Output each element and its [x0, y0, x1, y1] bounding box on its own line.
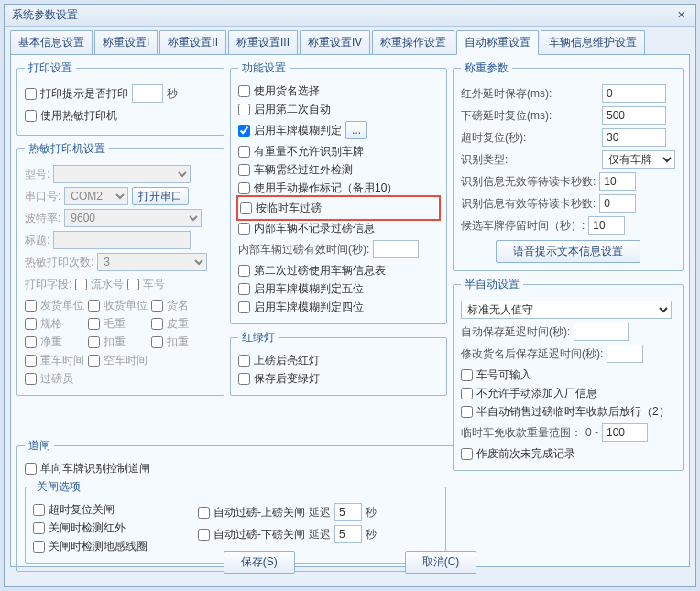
- semi-legend: 半自动设置: [461, 277, 523, 292]
- print-prompt-sec[interactable]: [132, 84, 163, 103]
- func-group: 功能设置 使用货名选择 启用第二次自动 启用车牌模糊判定... 有重量不允许识别…: [230, 60, 447, 324]
- save-button[interactable]: 保存(S): [224, 551, 295, 574]
- thermal-baud[interactable]: 9600: [64, 209, 202, 227]
- open-port-button[interactable]: 打开串口: [132, 187, 189, 205]
- semi-s2[interactable]: [607, 345, 643, 363]
- thermal-model[interactable]: [53, 165, 191, 183]
- weigh-v7[interactable]: [588, 216, 625, 235]
- weigh-legend: 称重参数: [461, 60, 512, 76]
- chk-f4[interactable]: 有重量不允许识别车牌: [238, 142, 439, 160]
- chk-l2[interactable]: 保存后变绿灯: [238, 369, 439, 388]
- semi-group: 半自动设置 标准无人值守 自动保存延迟时间(秒): 修改货名后保存延迟时间(秒)…: [453, 277, 684, 471]
- footer: 保存(S) 取消(C): [5, 543, 695, 581]
- chk-recv[interactable]: 收货单位: [88, 296, 151, 314]
- thermal-port[interactable]: COM2: [64, 187, 128, 205]
- chk-f3[interactable]: 启用车牌模糊判定: [238, 121, 342, 139]
- thermal-count[interactable]: 3: [97, 253, 207, 271]
- highlight-box: 按临时车过磅: [236, 195, 441, 221]
- chk-semi-c2[interactable]: 不允许手动添加入厂信息: [461, 384, 675, 402]
- chk-f5[interactable]: 车辆需经过红外检测: [238, 160, 439, 179]
- tab-autoweigh[interactable]: 自动称重设置: [456, 30, 539, 55]
- close-legend: 关闸选项: [33, 479, 84, 495]
- tabstrip: 基本信息设置 称重设置I 称重设置II 称重设置III 称重设置IV 称重操作设…: [5, 27, 695, 55]
- chk-f12[interactable]: 启用车牌模糊判定四位: [238, 298, 439, 316]
- weigh-v5[interactable]: [599, 172, 636, 191]
- tab-panel: 打印设置 打印提示是否打印 秒 使用热敏打印机 热敏打印机设置 型号: 串口号:…: [10, 54, 690, 567]
- tab-weigh4[interactable]: 称重设置IV: [300, 30, 370, 55]
- light-group: 红绿灯 上磅后亮红灯 保存后变绿灯: [230, 330, 447, 396]
- chk-semi-c3[interactable]: 半自动销售过磅临时车收款后放行（2）: [461, 402, 675, 421]
- chk-hcar[interactable]: 重车时间: [25, 351, 88, 369]
- chk-op[interactable]: 过磅员: [25, 369, 121, 388]
- tab-weigh1[interactable]: 称重设置I: [94, 30, 158, 55]
- weigh-v1[interactable]: [602, 84, 666, 103]
- tab-weighop[interactable]: 称重操作设置: [372, 30, 454, 55]
- print-group: 打印设置 打印提示是否打印 秒 使用热敏打印机: [16, 60, 224, 136]
- chk-flow[interactable]: 流水号: [75, 275, 124, 293]
- tab-weigh3[interactable]: 称重设置III: [228, 30, 298, 55]
- gate-legend: 道闸: [25, 438, 54, 454]
- chk-a2[interactable]: 自动过磅-下磅关闸: [198, 525, 305, 543]
- chk-thermal[interactable]: 使用热敏打印机: [25, 106, 117, 125]
- weigh-v2[interactable]: [602, 106, 666, 125]
- close-icon[interactable]: ✕: [673, 9, 688, 22]
- tab-vehicle[interactable]: 车辆信息维护设置: [541, 30, 645, 55]
- titlebar: 系统参数设置 ✕: [5, 5, 695, 27]
- chk-l1[interactable]: 上磅后亮红灯: [238, 351, 439, 369]
- print-legend: 打印设置: [25, 60, 76, 76]
- delay2[interactable]: [334, 525, 362, 543]
- settings-window: 系统参数设置 ✕ 基本信息设置 称重设置I 称重设置II 称重设置III 称重设…: [4, 4, 696, 587]
- weigh-v6[interactable]: [599, 194, 636, 213]
- weigh-type[interactable]: 仅有车牌: [602, 150, 675, 169]
- chk-f11[interactable]: 启用车牌模糊判定五位: [238, 279, 439, 298]
- chk-spec[interactable]: 规格: [25, 314, 88, 333]
- chk-kou2[interactable]: 扣重: [151, 333, 214, 351]
- chk-f1[interactable]: 使用货名选择: [238, 82, 439, 100]
- chk-c2[interactable]: 关闸时检测红外: [33, 519, 198, 537]
- thermal-legend: 热敏打印机设置: [25, 141, 109, 157]
- f3-more-button[interactable]: ...: [345, 121, 367, 139]
- voice-button[interactable]: 语音提示文本信息设置: [496, 240, 640, 263]
- chk-empty[interactable]: 空车时间: [88, 351, 184, 369]
- light-legend: 红绿灯: [238, 330, 279, 345]
- semi-mode[interactable]: 标准无人值守: [461, 301, 672, 319]
- chk-ship[interactable]: 发货单位: [25, 296, 88, 314]
- chk-goods[interactable]: 货名: [151, 296, 214, 314]
- semi-range[interactable]: [602, 423, 648, 442]
- thermal-group: 热敏打印机设置 型号: 串口号:COM2打开串口 波特率:9600 标题: 热敏…: [16, 141, 224, 396]
- semi-s1[interactable]: [574, 323, 629, 341]
- chk-semi-c1[interactable]: 车号可输入: [461, 366, 675, 384]
- chk-car[interactable]: 车号: [127, 275, 165, 293]
- chk-g1[interactable]: 单向车牌识别控制道闸: [25, 459, 446, 477]
- chk-f8[interactable]: 内部车辆不记录过磅信息: [238, 219, 439, 237]
- weigh-group: 称重参数 红外延时保存(ms): 下磅延时复位(ms): 超时复位(秒): 识别…: [453, 60, 684, 271]
- chk-a1[interactable]: 自动过磅-上磅关闸: [198, 503, 305, 521]
- chk-f2[interactable]: 启用第二次自动: [238, 100, 439, 118]
- chk-c1[interactable]: 超时复位关闸: [33, 500, 198, 519]
- chk-f10[interactable]: 第二次过磅使用车辆信息表: [238, 261, 439, 279]
- cancel-button[interactable]: 取消(C): [405, 551, 477, 574]
- thermal-title[interactable]: [53, 231, 191, 249]
- chk-net[interactable]: 净重: [25, 333, 88, 351]
- chk-f6[interactable]: 使用手动操作标记（备用10）: [238, 179, 439, 197]
- tab-basic[interactable]: 基本信息设置: [10, 30, 93, 55]
- chk-tare[interactable]: 皮重: [151, 314, 214, 333]
- func-legend: 功能设置: [238, 60, 290, 76]
- f9-input[interactable]: [373, 240, 419, 258]
- chk-gross[interactable]: 毛重: [88, 314, 151, 333]
- chk-f7[interactable]: 按临时车过磅: [240, 199, 437, 217]
- chk-print-prompt[interactable]: 打印提示是否打印: [25, 84, 128, 103]
- weigh-v3[interactable]: [602, 128, 666, 147]
- chk-semi-c4[interactable]: 作废前次未完成记录: [461, 444, 675, 463]
- tab-weigh2[interactable]: 称重设置II: [159, 30, 226, 55]
- delay1[interactable]: [334, 503, 362, 521]
- chk-kou[interactable]: 扣重: [88, 333, 151, 351]
- window-title: 系统参数设置: [12, 7, 673, 23]
